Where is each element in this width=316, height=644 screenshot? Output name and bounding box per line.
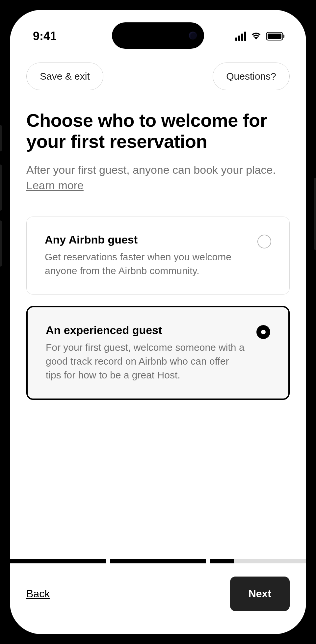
progress-segment bbox=[10, 559, 106, 563]
option-experienced-guest[interactable]: An experienced guest For your first gues… bbox=[26, 306, 290, 400]
progress-segment bbox=[110, 559, 206, 563]
option-text: Any Airbnb guest Get reservations faster… bbox=[45, 233, 248, 278]
status-icons bbox=[235, 32, 283, 41]
page-title: Choose who to welcome for your first res… bbox=[26, 110, 290, 152]
content: Choose who to welcome for your first res… bbox=[10, 90, 306, 559]
back-link[interactable]: Back bbox=[26, 588, 50, 600]
options-list: Any Airbnb guest Get reservations faster… bbox=[26, 217, 290, 400]
option-any-guest[interactable]: Any Airbnb guest Get reservations faster… bbox=[26, 217, 290, 295]
subtitle: After your first guest, anyone can book … bbox=[26, 162, 290, 193]
progress-bar bbox=[10, 559, 306, 563]
subtitle-text: After your first guest, anyone can book … bbox=[26, 164, 276, 176]
option-desc: For your first guest, welcome someone wi… bbox=[46, 341, 247, 382]
battery-icon bbox=[266, 32, 283, 40]
side-button bbox=[314, 178, 316, 250]
progress-segment bbox=[210, 559, 306, 563]
option-title: An experienced guest bbox=[46, 324, 247, 337]
side-button bbox=[0, 125, 2, 151]
phone-frame: 9:41 Save & exit Questions bbox=[0, 0, 316, 644]
option-text: An experienced guest For your first gues… bbox=[46, 324, 247, 382]
footer: Back Next bbox=[10, 563, 306, 634]
radio-selected-icon[interactable] bbox=[256, 325, 270, 339]
questions-button[interactable]: Questions? bbox=[213, 63, 290, 90]
top-buttons: Save & exit Questions? bbox=[10, 49, 306, 90]
option-title: Any Airbnb guest bbox=[45, 233, 248, 246]
radio-unselected-icon[interactable] bbox=[257, 235, 271, 248]
screen: 9:41 Save & exit Questions bbox=[10, 10, 306, 634]
side-button bbox=[0, 165, 2, 211]
save-exit-button[interactable]: Save & exit bbox=[26, 63, 103, 90]
option-desc: Get reservations faster when you welcome… bbox=[45, 250, 248, 278]
learn-more-link[interactable]: Learn more bbox=[26, 179, 84, 192]
next-button[interactable]: Next bbox=[230, 577, 290, 611]
wifi-icon bbox=[251, 32, 261, 41]
status-time: 9:41 bbox=[33, 29, 57, 43]
side-button bbox=[0, 220, 2, 267]
cell-signal-icon bbox=[235, 32, 246, 41]
dynamic-island bbox=[112, 22, 204, 49]
